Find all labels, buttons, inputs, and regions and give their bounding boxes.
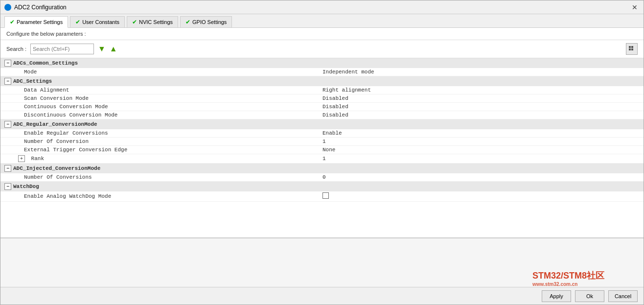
param-value: Enable — [319, 129, 644, 138]
search-prev-button[interactable]: ▲ — [110, 45, 117, 53]
rank-label: Rank — [31, 156, 44, 162]
main-content: − ADCs_Common_Settings Mode Independent … — [0, 58, 644, 287]
tab-parameter-settings-label: Parameter Settings — [17, 19, 63, 25]
param-value: Disabled — [319, 94, 644, 103]
param-name: Discontinuous Conversion Mode — [0, 111, 319, 119]
collapse-icon-2: − — [4, 78, 11, 85]
param-value: Right alignment — [319, 86, 644, 94]
param-value: 0 — [319, 173, 644, 182]
collapse-icon: − — [4, 60, 11, 67]
param-name: Scan Conversion Mode — [0, 94, 319, 103]
section-toggle-3[interactable]: − ADC_Regular_ConversionMode — [4, 121, 97, 128]
tab-user-constants[interactable]: ✔ User Constants — [70, 16, 125, 27]
section-adc-injected[interactable]: − ADC_Injected_ConversionMode — [0, 164, 644, 174]
main-window: ADC2 Configuration ✕ ✔ Parameter Setting… — [0, 0, 644, 305]
search-input[interactable] — [30, 44, 94, 54]
table-row: Number Of Conversions 0 — [0, 173, 644, 182]
tab-gpio-settings-label: GPIO Settings — [192, 19, 227, 25]
footer: Apply Ok Cancel — [0, 287, 644, 305]
watchdog-checkbox[interactable] — [322, 192, 329, 199]
tabs-bar: ✔ Parameter Settings ✔ User Constants ✔ … — [0, 14, 644, 28]
rank-value: 1 — [319, 154, 644, 164]
section-watchdog-label: WatchDog — [13, 184, 39, 189]
table-row: Data Alignment Right alignment — [0, 86, 644, 94]
section-adcs-label: ADCs_Common_Settings — [13, 60, 78, 66]
svg-rect-0 — [629, 46, 631, 48]
titlebar: ADC2 Configuration ✕ — [0, 0, 644, 14]
param-name: Data Alignment — [0, 86, 319, 94]
expand-rank-icon[interactable]: + — [18, 155, 25, 162]
section-toggle-2[interactable]: − ADC_Settings — [4, 78, 52, 85]
bottom-panel — [0, 238, 644, 287]
tab-nvic-settings[interactable]: ✔ NVIC Settings — [127, 16, 178, 27]
tab-user-constants-label: User Constants — [82, 19, 119, 25]
search-label: Search : — [6, 46, 26, 52]
svg-rect-2 — [629, 48, 631, 50]
description-bar: Configure the below parameters : — [0, 28, 644, 40]
collapse-icon-3: − — [4, 121, 11, 128]
param-name: Number Of Conversion — [0, 138, 319, 146]
param-value: None — [319, 146, 644, 154]
section-toggle-4[interactable]: − ADC_Injected_ConversionMode — [4, 165, 100, 172]
svg-rect-1 — [631, 46, 633, 48]
section-adc-injected-label: ADC_Injected_ConversionMode — [13, 165, 100, 171]
section-adc-regular-label: ADC_Regular_ConversionMode — [13, 121, 97, 127]
table-row: Number Of Conversion 1 — [0, 138, 644, 146]
grid-icon-button[interactable] — [626, 43, 638, 55]
table-row: Mode Independent mode — [0, 68, 644, 76]
window-title: ADC2 Configuration — [14, 4, 67, 11]
table-row-rank: + Rank 1 — [0, 154, 644, 164]
search-bar: Search : ▼ ▲ — [0, 40, 644, 58]
param-value: 1 — [319, 138, 644, 146]
grid-icon — [628, 46, 635, 52]
section-adc-settings[interactable]: − ADC_Settings — [0, 76, 644, 87]
param-name: External Trigger Conversion Edge — [0, 146, 319, 154]
tab-check-icon-3: ✔ — [132, 19, 137, 25]
param-table: − ADCs_Common_Settings Mode Independent … — [0, 58, 644, 238]
param-name: Continuous Conversion Mode — [0, 103, 319, 111]
param-value: Disabled — [319, 103, 644, 111]
table-row: Continuous Conversion Mode Disabled — [0, 103, 644, 111]
tab-parameter-settings[interactable]: ✔ Parameter Settings — [4, 16, 68, 28]
tab-check-icon-2: ✔ — [75, 19, 80, 25]
collapse-icon-4: − — [4, 165, 11, 172]
table-row: Enable Regular Conversions Enable — [0, 129, 644, 138]
search-next-button[interactable]: ▼ — [98, 45, 106, 53]
collapse-icon-5: − — [4, 183, 11, 190]
window-icon — [4, 4, 11, 11]
description-text: Configure the below parameters : — [6, 31, 86, 37]
param-name: Enable Regular Conversions — [0, 129, 319, 138]
table-row: Enable Analog WatchDog Mode — [0, 191, 644, 202]
tab-gpio-settings[interactable]: ✔ GPIO Settings — [180, 16, 232, 27]
close-button[interactable]: ✕ — [630, 2, 640, 12]
param-name: Mode — [0, 68, 319, 76]
svg-rect-3 — [631, 48, 633, 50]
titlebar-left: ADC2 Configuration — [4, 4, 67, 11]
table-row: Scan Conversion Mode Disabled — [0, 94, 644, 103]
tab-check-icon-4: ✔ — [185, 19, 190, 25]
section-adc-regular[interactable]: − ADC_Regular_ConversionMode — [0, 119, 644, 130]
tab-check-icon: ✔ — [10, 19, 15, 25]
param-name: Enable Analog WatchDog Mode — [0, 191, 319, 202]
section-watchdog[interactable]: − WatchDog — [0, 182, 644, 192]
section-toggle-5[interactable]: − WatchDog — [4, 183, 39, 190]
cancel-button[interactable]: Cancel — [608, 290, 638, 302]
table-row: Discontinuous Conversion Mode Disabled — [0, 111, 644, 119]
tab-nvic-settings-label: NVIC Settings — [139, 19, 173, 25]
section-adc-settings-label: ADC_Settings — [13, 78, 52, 84]
param-value: Independent mode — [319, 68, 644, 76]
param-name: Number Of Conversions — [0, 173, 319, 182]
ok-button[interactable]: Ok — [575, 290, 604, 302]
table-row: External Trigger Conversion Edge None — [0, 146, 644, 154]
param-value: Disabled — [319, 111, 644, 119]
section-adcs-common-settings[interactable]: − ADCs_Common_Settings — [0, 58, 644, 68]
section-toggle[interactable]: − ADCs_Common_Settings — [4, 60, 78, 67]
apply-button[interactable]: Apply — [542, 290, 571, 302]
parameters-table: − ADCs_Common_Settings Mode Independent … — [0, 58, 644, 202]
